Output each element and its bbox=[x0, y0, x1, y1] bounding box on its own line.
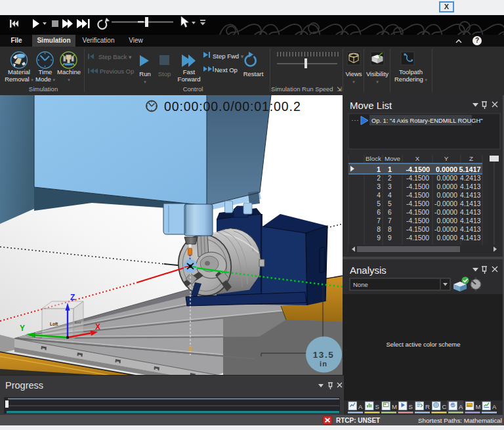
svg-text:Y: Y bbox=[20, 324, 25, 333]
svg-text:A: A bbox=[358, 403, 363, 410]
svg-text:4.1413: 4.1413 bbox=[460, 234, 481, 242]
svg-text:13.5: 13.5 bbox=[313, 350, 334, 360]
svg-text:5: 5 bbox=[388, 200, 392, 207]
svg-text:4.1413: 4.1413 bbox=[460, 217, 481, 225]
svg-text:-0.0000: -0.0000 bbox=[434, 209, 457, 216]
svg-text:Move: Move bbox=[385, 155, 401, 162]
svg-text:-4.1500: -4.1500 bbox=[406, 192, 429, 199]
svg-text:Loft: Loft bbox=[50, 322, 58, 326]
svg-text:-0.0000: -0.0000 bbox=[434, 226, 457, 233]
svg-text:Shortest Paths: Mathematical: Shortest Paths: Mathematical bbox=[418, 417, 502, 424]
svg-text:-4.1500: -4.1500 bbox=[406, 234, 429, 242]
svg-text:in: in bbox=[320, 360, 327, 368]
svg-text:X: X bbox=[95, 322, 100, 332]
svg-text:None: None bbox=[353, 281, 368, 288]
svg-text:S: S bbox=[375, 403, 379, 410]
svg-text:Exit: Exit bbox=[75, 320, 81, 324]
svg-text:2: 2 bbox=[377, 175, 381, 182]
svg-text:3: 3 bbox=[388, 183, 392, 190]
svg-text:-4.1500: -4.1500 bbox=[406, 175, 429, 182]
svg-text:-4.1500: -4.1500 bbox=[406, 183, 429, 190]
svg-text:4.2413: 4.2413 bbox=[460, 175, 481, 182]
svg-text:-4.1500: -4.1500 bbox=[406, 226, 429, 233]
svg-text:R: R bbox=[425, 403, 430, 410]
svg-text:-4.1500: -4.1500 bbox=[406, 200, 429, 207]
svg-text:Z: Z bbox=[70, 293, 75, 302]
svg-text:3: 3 bbox=[377, 183, 381, 190]
svg-text:M: M bbox=[392, 403, 397, 410]
svg-text:Z: Z bbox=[469, 155, 473, 162]
svg-text:6: 6 bbox=[377, 209, 381, 216]
svg-text:8: 8 bbox=[377, 226, 381, 233]
svg-text:A: A bbox=[492, 403, 497, 410]
svg-text:00:00:00.0/00:01:00.2: 00:00:00.0/00:01:00.2 bbox=[164, 99, 301, 114]
svg-text:7: 7 bbox=[377, 217, 381, 225]
svg-text:-4.1500: -4.1500 bbox=[406, 165, 430, 173]
svg-text:8: 8 bbox=[388, 226, 392, 233]
svg-text:7: 7 bbox=[388, 217, 392, 225]
svg-text:C: C bbox=[442, 403, 447, 410]
svg-text:4: 4 bbox=[377, 192, 381, 199]
svg-text:5.1417: 5.1417 bbox=[459, 165, 480, 173]
svg-text:RTCP: UNSET: RTCP: UNSET bbox=[336, 417, 380, 424]
svg-text:1: 1 bbox=[377, 165, 381, 173]
svg-text:-0.0000: -0.0000 bbox=[434, 200, 457, 207]
svg-text:9: 9 bbox=[388, 234, 392, 242]
svg-text:0.0000: 0.0000 bbox=[437, 234, 458, 242]
svg-text:0.0000: 0.0000 bbox=[437, 183, 458, 190]
svg-text:4.1413: 4.1413 bbox=[460, 209, 481, 216]
svg-text:4.1413: 4.1413 bbox=[460, 226, 481, 233]
svg-text:9: 9 bbox=[377, 234, 381, 242]
svg-text:0.0000: 0.0000 bbox=[437, 217, 458, 225]
svg-text:4.1413: 4.1413 bbox=[460, 200, 481, 207]
svg-text:S: S bbox=[409, 403, 413, 410]
svg-text:X: X bbox=[415, 155, 420, 162]
svg-text:1: 1 bbox=[388, 165, 392, 173]
svg-text:Op. 1: "4 Axis Rotary-ENDMILL: Op. 1: "4 Axis Rotary-ENDMILL ROUGH" bbox=[371, 118, 483, 124]
svg-text:5: 5 bbox=[377, 200, 381, 207]
svg-text:0.0000: 0.0000 bbox=[436, 165, 457, 173]
svg-text:Y: Y bbox=[444, 155, 449, 162]
svg-text:M: M bbox=[476, 403, 481, 410]
svg-text:6: 6 bbox=[388, 209, 392, 216]
svg-text:4: 4 bbox=[388, 192, 392, 199]
svg-text:A: A bbox=[459, 403, 463, 410]
svg-text:-4.1500: -4.1500 bbox=[406, 209, 429, 216]
svg-text:0.0000: 0.0000 bbox=[437, 192, 458, 199]
svg-text:-4.1500: -4.1500 bbox=[406, 217, 429, 225]
svg-text:4.1413: 4.1413 bbox=[460, 192, 481, 199]
svg-text:0.0000: 0.0000 bbox=[437, 175, 458, 182]
svg-text:2: 2 bbox=[388, 175, 392, 182]
svg-text:Select active color scheme: Select active color scheme bbox=[387, 341, 461, 348]
svg-text:Block: Block bbox=[366, 155, 381, 162]
svg-text:4.1413: 4.1413 bbox=[460, 183, 481, 190]
